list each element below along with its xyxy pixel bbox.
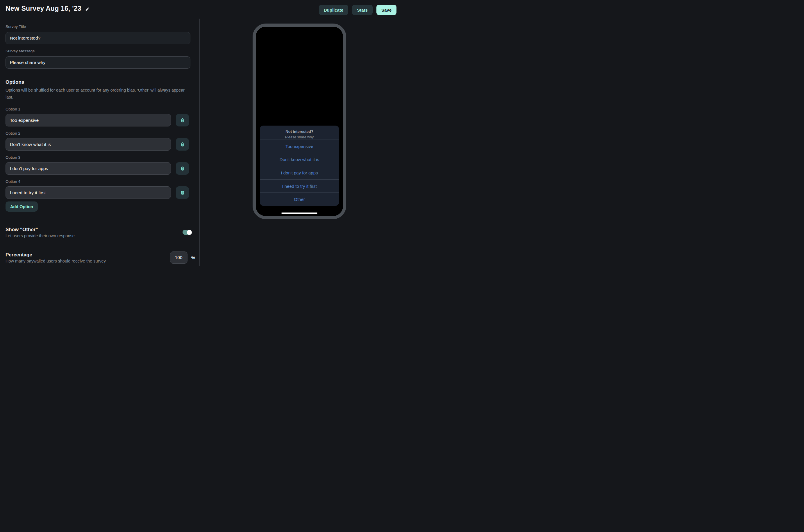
option-2-label: Option 2 bbox=[5, 131, 190, 136]
option-group-3: Option 3 bbox=[5, 155, 190, 175]
option-group-4: Option 4 bbox=[5, 179, 190, 199]
phone-mockup: Not interested? Please share why Too exp… bbox=[253, 23, 346, 219]
options-heading: Options bbox=[5, 79, 190, 85]
option-1-label: Option 1 bbox=[5, 107, 190, 112]
add-option-button[interactable]: Add Option bbox=[5, 202, 38, 212]
option-4-label: Option 4 bbox=[5, 179, 190, 184]
home-indicator bbox=[281, 212, 318, 214]
header: New Survey Aug 16, '23 Duplicate Stats S… bbox=[0, 0, 402, 19]
duplicate-button[interactable]: Duplicate bbox=[319, 5, 348, 15]
header-buttons: Duplicate Stats Save bbox=[319, 5, 397, 15]
percentage-heading: Percentage bbox=[5, 252, 106, 258]
percentage-section: Percentage How many paywalled users shou… bbox=[5, 251, 195, 264]
option-2-input[interactable] bbox=[5, 138, 171, 151]
dialog-option-2[interactable]: Don't know what it is bbox=[260, 153, 339, 166]
dialog-option-4[interactable]: I need to try it first bbox=[260, 179, 339, 193]
survey-editor-page: New Survey Aug 16, '23 Duplicate Stats S… bbox=[0, 0, 402, 266]
show-other-description: Let users provide their own response bbox=[5, 233, 75, 238]
save-button[interactable]: Save bbox=[377, 5, 397, 15]
trash-icon bbox=[180, 190, 185, 195]
dialog-option-other[interactable]: Other bbox=[260, 192, 339, 206]
toggle-knob bbox=[187, 230, 192, 235]
option-4-input[interactable] bbox=[5, 186, 171, 199]
option-1-input[interactable] bbox=[5, 114, 171, 127]
survey-message-input[interactable] bbox=[5, 56, 190, 69]
dialog-header: Not interested? Please share why bbox=[260, 126, 339, 139]
show-other-section: Show "Other" Let users provide their own… bbox=[5, 226, 192, 238]
survey-title-label: Survey Title bbox=[5, 24, 190, 29]
trash-icon bbox=[180, 142, 185, 147]
page-title: New Survey Aug 16, '23 bbox=[5, 5, 81, 13]
option-group-1: Option 1 bbox=[5, 107, 190, 127]
delete-option-2-button[interactable] bbox=[176, 138, 189, 151]
show-other-toggle[interactable] bbox=[183, 230, 192, 235]
title-wrap: New Survey Aug 16, '23 bbox=[5, 5, 90, 13]
survey-message-label: Survey Message bbox=[5, 49, 190, 54]
trash-icon bbox=[180, 118, 185, 123]
dialog-title: Not interested? bbox=[260, 129, 339, 134]
option-3-label: Option 3 bbox=[5, 155, 190, 160]
form-panel: Survey Title Survey Message Options Opti… bbox=[0, 19, 200, 266]
dialog-option-3[interactable]: I don't pay for apps bbox=[260, 166, 339, 179]
survey-title-input[interactable] bbox=[5, 32, 190, 44]
edit-pencil-icon[interactable] bbox=[85, 7, 90, 11]
preview-panel: Not interested? Please share why Too exp… bbox=[200, 19, 402, 266]
show-other-heading: Show "Other" bbox=[5, 226, 75, 232]
survey-preview-dialog: Not interested? Please share why Too exp… bbox=[260, 126, 339, 206]
main-content: Survey Title Survey Message Options Opti… bbox=[0, 19, 402, 266]
dialog-option-1[interactable]: Too expensive bbox=[260, 139, 339, 153]
stats-button[interactable]: Stats bbox=[352, 5, 372, 15]
delete-option-4-button[interactable] bbox=[176, 186, 189, 199]
delete-option-3-button[interactable] bbox=[176, 162, 189, 175]
percentage-input[interactable] bbox=[170, 251, 188, 264]
delete-option-1-button[interactable] bbox=[176, 114, 189, 127]
dialog-message: Please share why bbox=[260, 135, 339, 139]
options-description: Options will be shuffled for each user t… bbox=[5, 87, 192, 100]
percent-sign: % bbox=[191, 255, 195, 260]
phone-screen: Not interested? Please share why Too exp… bbox=[256, 27, 343, 216]
option-3-input[interactable] bbox=[5, 162, 171, 175]
option-group-2: Option 2 bbox=[5, 131, 190, 151]
trash-icon bbox=[180, 166, 185, 171]
percentage-description: How many paywalled users should receive … bbox=[5, 259, 106, 263]
